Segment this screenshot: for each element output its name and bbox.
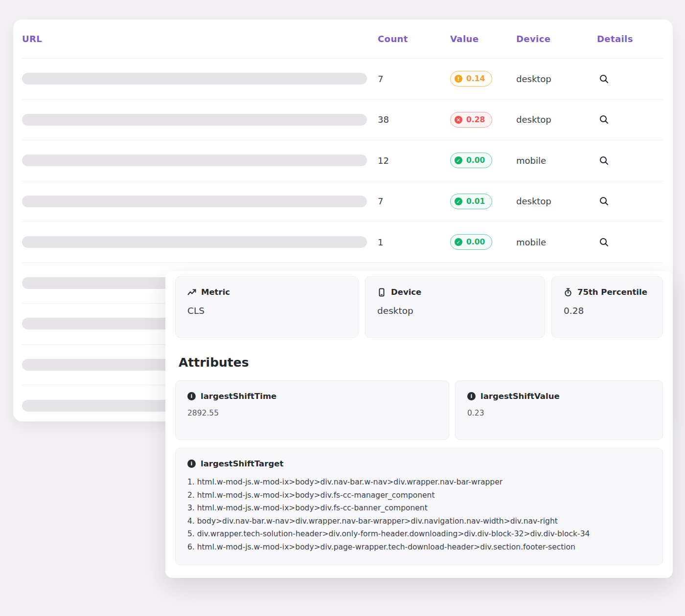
device-value: mobile: [516, 155, 597, 166]
target-selector-item: 1. html.w-mod-js.w-mod-ix>body>div.nav-b…: [187, 476, 651, 489]
info-icon: i: [187, 392, 196, 400]
attribute-label: largestShiftTarget: [201, 459, 283, 468]
device-card: Device desktop: [365, 276, 545, 338]
url-placeholder-bar: [22, 236, 367, 248]
count-value: 1: [378, 237, 450, 247]
device-value: desktop: [516, 114, 597, 125]
line-chart-icon: [187, 288, 196, 297]
attribute-value: 2892.55: [187, 409, 437, 418]
value-badge: !0.14: [450, 71, 492, 87]
attribute-value: 0.23: [467, 409, 651, 418]
attributes-heading: Attributes: [179, 355, 663, 370]
mobile-phone-icon: [377, 288, 386, 297]
status-dot-icon: ✓: [455, 198, 462, 205]
target-selector-item: 5. div.wrapper.tech-solution-header>div.…: [187, 528, 651, 541]
page: URL Count Value Device Details 7 !0.14 d…: [0, 0, 685, 616]
value-badge: ✕0.28: [450, 112, 492, 128]
percentile-card-value: 0.28: [564, 306, 651, 316]
value-text: 0.01: [466, 197, 485, 206]
device-value: desktop: [516, 74, 597, 84]
magnifier-icon: [599, 238, 609, 247]
column-header-count: Count: [378, 34, 450, 44]
value-badge: ✓0.00: [450, 234, 492, 250]
magnifier-icon: [599, 156, 609, 165]
count-value: 7: [378, 74, 450, 84]
column-header-url: URL: [22, 34, 378, 44]
column-header-value: Value: [450, 34, 516, 44]
details-search-button[interactable]: [597, 195, 611, 208]
url-placeholder-bar: [22, 196, 367, 207]
summary-cards-row: Metric CLS Device desktop 75th Percentil…: [175, 276, 663, 338]
metric-card-label: Metric: [201, 287, 230, 297]
table-row: 7 !0.14 desktop: [22, 59, 663, 100]
status-dot-icon: ✕: [455, 116, 462, 124]
metric-card-value: CLS: [187, 306, 346, 316]
details-search-button[interactable]: [597, 154, 611, 167]
status-dot-icon: !: [455, 75, 462, 83]
count-value: 38: [378, 114, 450, 125]
device-value: mobile: [516, 237, 597, 247]
table-row: 1 ✓0.00 mobile: [22, 222, 663, 263]
details-search-button[interactable]: [597, 113, 611, 127]
percentile-card: 75th Percentile 0.28: [551, 276, 663, 338]
table-row: 38 ✕0.28 desktop: [22, 100, 663, 141]
attribute-cards-row: i largestShiftTime 2892.55 i largestShif…: [175, 380, 663, 440]
count-value: 7: [378, 196, 450, 206]
attribute-label: largestShiftValue: [480, 392, 560, 401]
url-placeholder-bar: [22, 73, 367, 85]
value-text: 0.14: [466, 74, 485, 83]
details-search-button[interactable]: [597, 72, 611, 86]
table-row: 7 ✓0.01 desktop: [22, 181, 663, 222]
target-selector-list: 1. html.w-mod-js.w-mod-ix>body>div.nav-b…: [187, 476, 651, 553]
metric-card: Metric CLS: [175, 276, 359, 338]
details-search-button[interactable]: [597, 235, 611, 249]
count-value: 12: [378, 155, 450, 166]
largest-shift-target-card: i largestShiftTarget 1. html.w-mod-js.w-…: [175, 448, 663, 565]
target-selector-item: 2. html.w-mod-js.w-mod-ix>body>div.fs-cc…: [187, 489, 651, 502]
info-icon: i: [187, 460, 196, 468]
detail-panel: Metric CLS Device desktop 75th Percentil…: [165, 271, 673, 578]
status-dot-icon: ✓: [455, 156, 462, 164]
value-badge: ✓0.01: [450, 194, 492, 209]
magnifier-icon: [599, 197, 609, 206]
device-card-label: Device: [391, 287, 421, 297]
table-header-row: URL Count Value Device Details: [22, 20, 663, 59]
value-text: 0.00: [466, 238, 485, 246]
magnifier-icon: [599, 115, 609, 124]
column-header-device: Device: [516, 34, 597, 44]
table-row: 12 ✓0.00 mobile: [22, 140, 663, 181]
url-placeholder-bar: [22, 154, 367, 166]
status-dot-icon: ✓: [455, 238, 462, 246]
value-text: 0.00: [466, 156, 485, 165]
value-badge: ✓0.00: [450, 153, 492, 168]
attribute-label: largestShiftTime: [201, 392, 276, 401]
value-text: 0.28: [466, 115, 485, 124]
url-placeholder-bar: [22, 114, 367, 126]
largest-shift-value-card: i largestShiftValue 0.23: [455, 380, 663, 440]
stopwatch-icon: [564, 288, 572, 297]
largest-shift-time-card: i largestShiftTime 2892.55: [175, 380, 449, 440]
target-selector-item: 6. html.w-mod-js.w-mod-ix>body>div.page-…: [187, 541, 651, 554]
device-card-value: desktop: [377, 306, 533, 316]
target-selector-item: 3. html.w-mod-js.w-mod-ix>body>div.fs-cc…: [187, 502, 651, 515]
device-value: desktop: [516, 196, 597, 206]
percentile-card-label: 75th Percentile: [577, 287, 647, 297]
target-selector-item: 4. body>div.nav-bar.w-nav>div.wrapper.na…: [187, 515, 651, 528]
column-header-details: Details: [597, 34, 663, 44]
info-icon: i: [467, 392, 476, 400]
magnifier-icon: [599, 74, 609, 84]
